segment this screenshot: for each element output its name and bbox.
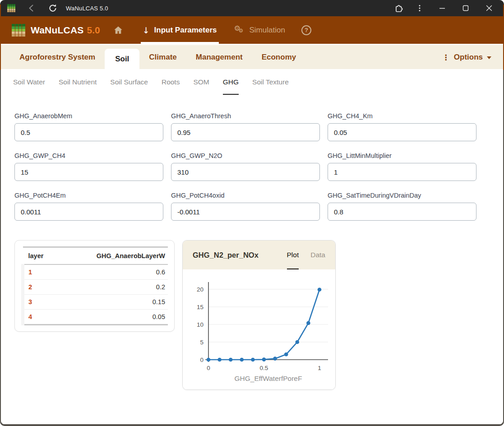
- table-row[interactable]: 1 0.6: [23, 264, 168, 280]
- ghg-anaerothresh-input[interactable]: [171, 123, 320, 141]
- table-row[interactable]: 3 0.15: [23, 295, 168, 310]
- back-icon[interactable]: [24, 1, 38, 15]
- app-header: WaNuLCAS 5.0 ↓ Input Parameters ⚙ ⚙ Simu…: [1, 16, 503, 44]
- field-label: GHG_GWP_CH4: [14, 152, 163, 159]
- ghg-potch4em-input[interactable]: [14, 203, 163, 221]
- options-label: Options: [454, 53, 483, 62]
- ghg-littminmultiplier-input[interactable]: [328, 163, 476, 181]
- tab-climate[interactable]: Climate: [139, 45, 186, 69]
- field-ghg-anaerothresh: GHG_AnaeroThresh: [171, 112, 320, 141]
- row-index: 4: [23, 310, 57, 325]
- brand-version: 5.0: [87, 25, 100, 36]
- subtab-soil-texture[interactable]: Soil Texture: [252, 69, 289, 95]
- chart-card-header: GHG_N2_per_NOx Plot Data: [183, 241, 335, 269]
- chevron-down-icon: [487, 56, 491, 59]
- subtab-som[interactable]: SOM: [193, 69, 209, 95]
- row-value: 0.2: [57, 280, 168, 295]
- svg-text:5: 5: [200, 339, 203, 346]
- ghg-gwp-n2o-input[interactable]: [171, 163, 320, 181]
- column-header-ghg-anaeroblayerw: GHG_AnaerobLayerW: [57, 247, 168, 265]
- options-menu[interactable]: ⋮ Options: [442, 45, 503, 69]
- nav-input-parameters[interactable]: ↓ Input Parameters: [141, 16, 219, 44]
- field-ghg-potch4em: GHG_PotCH4Em: [14, 192, 163, 221]
- help-glyph: ?: [305, 27, 308, 33]
- n2-per-nox-chart-card: GHG_N2_per_NOx Plot Data 0510152000.51GH…: [182, 240, 336, 390]
- chart-tab-plot[interactable]: Plot: [287, 241, 299, 269]
- chart-plot-area: 0510152000.51GHG_EffWaterfPoreF: [183, 269, 335, 389]
- ghg-anaerobmem-input[interactable]: [14, 123, 163, 141]
- field-ghg-ch4-km: GHG_CH4_Km: [328, 112, 476, 141]
- svg-text:0: 0: [200, 357, 203, 363]
- nav-input-parameters-label: Input Parameters: [154, 26, 217, 35]
- soil-subtabbar: Soil Water Soil Nutrient Soil Surface Ro…: [1, 69, 503, 95]
- favicon-soil-grid-icon: [5, 1, 18, 15]
- brand-name: WaNuLCAS: [31, 25, 83, 36]
- field-ghg-gwp-ch4: GHG_GWP_CH4: [14, 152, 163, 181]
- field-label: GHG_LittMinMultiplier: [328, 152, 476, 159]
- field-label: GHG_CH4_Km: [328, 112, 476, 120]
- field-label: GHG_SatTimeDuringVDrainDay: [328, 192, 476, 199]
- field-label: GHG_AnaerobMem: [14, 112, 163, 120]
- maximize-button[interactable]: [458, 1, 473, 15]
- anaerob-layer-table-card: layer GHG_AnaerobLayerW 1 0.6 2 0.: [14, 240, 175, 332]
- kebab-icon: ⋮: [442, 53, 450, 62]
- subtab-soil-water[interactable]: Soil Water: [13, 69, 45, 95]
- svg-text:20: 20: [197, 286, 203, 293]
- field-label: GHG_PotCH4Em: [14, 192, 163, 199]
- ghg-form-grid: GHG_AnaerobMem GHG_AnaeroThresh GHG_CH4_…: [14, 112, 476, 221]
- tab-economy[interactable]: Economy: [252, 45, 306, 69]
- field-ghg-gwp-n2o: GHG_GWP_N2O: [171, 152, 320, 181]
- field-label: GHG_PotCH4oxid: [171, 192, 320, 199]
- subtab-roots[interactable]: Roots: [162, 69, 180, 95]
- svg-text:0.5: 0.5: [260, 365, 268, 371]
- window-title: WaNuLCAS 5.0: [66, 5, 108, 12]
- field-ghg-potch4oxid: GHG_PotCH4oxid: [171, 192, 320, 221]
- gears-icon: ⚙ ⚙: [234, 25, 246, 36]
- ghg-n2-per-nox-line-chart: 0510152000.51GHG_EffWaterfPoreF: [183, 269, 335, 388]
- browser-menu-icon[interactable]: [413, 1, 426, 15]
- svg-text:15: 15: [197, 304, 203, 310]
- svg-text:0: 0: [207, 365, 210, 371]
- ghg-ch4-km-input[interactable]: [328, 123, 476, 141]
- ghg-sattimeduringvdrainday-input[interactable]: [328, 203, 476, 221]
- extensions-puzzle-icon[interactable]: [391, 1, 405, 15]
- row-value: 0.6: [57, 264, 168, 280]
- down-arrow-icon: ↓: [143, 25, 150, 35]
- refresh-icon[interactable]: [46, 1, 60, 15]
- table-row[interactable]: 2 0.2: [23, 280, 168, 295]
- app-logo: [12, 23, 25, 37]
- home-icon[interactable]: [113, 25, 124, 36]
- main-tabbar: Agroforestry System Soil Climate Managem…: [1, 44, 503, 69]
- row-value: 0.05: [57, 310, 168, 325]
- field-ghg-littminmultiplier: GHG_LittMinMultiplier: [328, 152, 476, 181]
- nav-simulation[interactable]: ⚙ ⚙ Simulation: [232, 16, 287, 44]
- svg-text:1: 1: [318, 365, 321, 371]
- subtab-ghg[interactable]: GHG: [223, 69, 239, 95]
- ghg-potch4oxid-input[interactable]: [171, 203, 320, 221]
- ghg-gwp-ch4-input[interactable]: [14, 163, 163, 181]
- subtab-soil-nutrient[interactable]: Soil Nutrient: [59, 69, 97, 95]
- svg-text:10: 10: [197, 321, 203, 328]
- chart-tab-data[interactable]: Data: [310, 241, 325, 269]
- field-ghg-anaerobmem: GHG_AnaerobMem: [14, 112, 163, 141]
- ghg-parameters-panel: GHG_AnaerobMem GHG_AnaeroThresh GHG_CH4_…: [1, 95, 503, 424]
- field-ghg-sattimeduringvdrainday: GHG_SatTimeDuringVDrainDay: [328, 192, 476, 221]
- row-index: 1: [23, 264, 57, 280]
- subtab-soil-surface[interactable]: Soil Surface: [110, 69, 148, 95]
- column-header-layer: layer: [23, 247, 57, 265]
- anaerob-layer-table: layer GHG_AnaerobLayerW 1 0.6 2 0.: [21, 246, 168, 325]
- tab-management[interactable]: Management: [186, 45, 252, 69]
- row-value: 0.15: [57, 295, 168, 310]
- svg-text:GHG_EffWaterfPoreF: GHG_EffWaterfPoreF: [235, 375, 302, 382]
- chart-card-title: GHG_N2_per_NOx: [193, 241, 259, 269]
- field-label: GHG_AnaeroThresh: [171, 112, 320, 120]
- tab-soil[interactable]: Soil: [105, 49, 139, 69]
- row-index: 2: [23, 280, 57, 295]
- soil-grid-logo-icon: [12, 23, 25, 37]
- help-icon[interactable]: ?: [301, 25, 311, 35]
- tab-agroforestry-system[interactable]: Agroforestry System: [10, 45, 105, 69]
- table-row[interactable]: 4 0.05: [23, 310, 168, 325]
- minimize-button[interactable]: [435, 1, 450, 15]
- close-button[interactable]: [481, 1, 497, 15]
- titlebar: WaNuLCAS 5.0: [1, 0, 503, 16]
